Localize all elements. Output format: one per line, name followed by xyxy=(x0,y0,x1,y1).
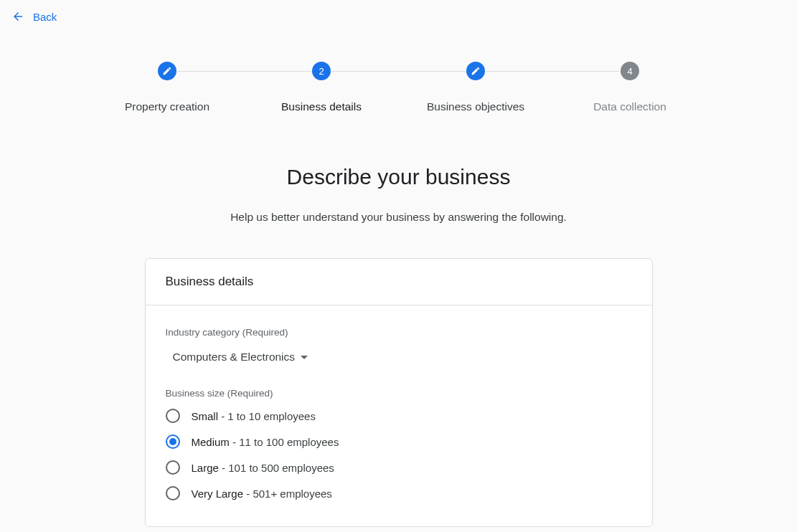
radio-label: Large - 101 to 500 employees xyxy=(192,462,334,474)
step-connector xyxy=(177,71,311,72)
step-label: Data collection xyxy=(593,100,666,113)
radio-icon xyxy=(166,434,180,449)
step-3[interactable]: Business objectives xyxy=(399,62,553,113)
back-link[interactable]: Back xyxy=(0,0,68,33)
back-arrow-icon xyxy=(11,10,24,23)
radio-icon xyxy=(166,486,180,500)
step-connector xyxy=(486,71,620,72)
step-4: 4Data collection xyxy=(553,62,707,113)
edit-icon xyxy=(466,62,485,80)
size-option-medium[interactable]: Medium - 11 to 100 employees xyxy=(166,434,632,449)
stepper: Property creation2Business detailsBusine… xyxy=(90,62,707,113)
radio-label: Medium - 11 to 100 employees xyxy=(192,436,339,448)
page-subtitle: Help us better understand your business … xyxy=(0,211,797,224)
dropdown-arrow-icon xyxy=(301,356,308,359)
step-label: Business details xyxy=(281,100,362,113)
step-number-icon: 4 xyxy=(621,62,639,80)
industry-value: Computers & Electronics xyxy=(173,351,296,364)
industry-label: Industry category (Required) xyxy=(166,327,632,338)
size-label: Business size (Required) xyxy=(166,388,632,399)
step-1[interactable]: Property creation xyxy=(90,62,245,113)
step-number-icon: 2 xyxy=(312,62,331,80)
business-details-card: Business details Industry category (Requ… xyxy=(145,258,653,527)
radio-label: Small - 1 to 10 employees xyxy=(192,410,316,422)
industry-dropdown[interactable]: Computers & Electronics xyxy=(167,348,314,366)
edit-icon xyxy=(158,62,176,80)
step-label: Business objectives xyxy=(427,100,524,113)
card-title: Business details xyxy=(146,259,652,305)
radio-icon xyxy=(166,460,180,475)
radio-label: Very Large - 501+ employees xyxy=(192,488,332,500)
step-2[interactable]: 2Business details xyxy=(245,62,399,113)
radio-icon xyxy=(166,409,180,423)
step-connector xyxy=(331,71,466,72)
size-radio-group: Small - 1 to 10 employeesMedium - 11 to … xyxy=(166,409,632,500)
size-option-small[interactable]: Small - 1 to 10 employees xyxy=(166,409,632,423)
step-label: Property creation xyxy=(125,100,209,113)
size-option-large[interactable]: Large - 101 to 500 employees xyxy=(166,460,632,475)
page-title: Describe your business xyxy=(0,165,797,189)
back-label: Back xyxy=(33,11,57,23)
size-option-very-large[interactable]: Very Large - 501+ employees xyxy=(166,486,632,500)
